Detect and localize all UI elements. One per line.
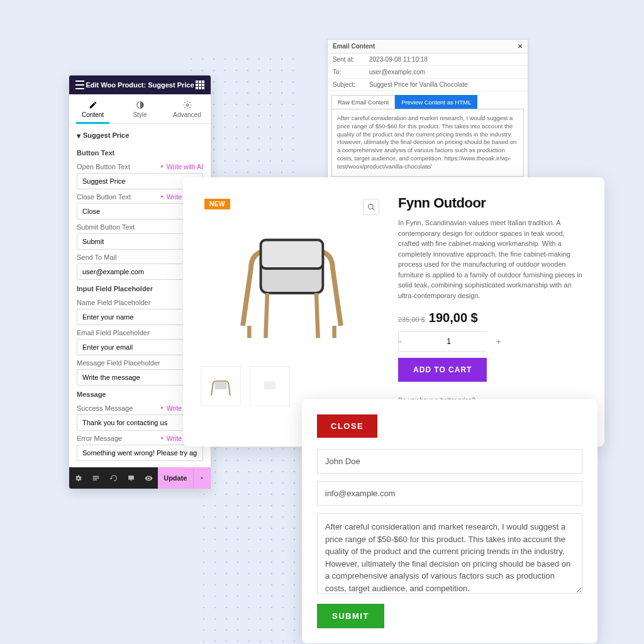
field-label: Close Button Text — [77, 193, 131, 201]
product-image-area: NEW — [201, 195, 383, 429]
quantity-stepper: - + — [398, 331, 486, 352]
responsive-icon[interactable] — [122, 467, 140, 489]
field-label: Submit Button Text — [77, 223, 135, 231]
sentat-value: 2023-09-08 11:10:18 — [369, 56, 428, 63]
history-icon[interactable] — [104, 467, 122, 489]
product-price: 235,00 $190,00 $ — [398, 311, 587, 325]
navigator-icon[interactable] — [87, 467, 104, 489]
product-title: Fynn Outdoor — [398, 195, 587, 211]
tab-label: Content — [82, 111, 104, 118]
subject-value: Suggest Price for Vanilla Chocolate — [369, 81, 468, 88]
pencil-icon — [89, 101, 97, 109]
tab-label: Advanced — [173, 111, 201, 118]
error-message-input[interactable] — [77, 445, 203, 461]
section-toggle[interactable]: ▶Suggest Price — [77, 124, 203, 144]
product-image[interactable] — [201, 195, 383, 358]
svg-point-1 — [186, 104, 189, 106]
svg-rect-11 — [264, 382, 276, 390]
email-content-panel: Email Content✕ Sent at:2023-09-08 11:10:… — [327, 39, 528, 182]
tab-label: Style — [133, 111, 147, 118]
submit-button[interactable]: SUBMIT — [317, 604, 384, 628]
email-field[interactable] — [317, 481, 582, 506]
product-thumbnail[interactable] — [250, 366, 290, 406]
sentat-label: Sent at: — [333, 56, 369, 63]
background-dots — [198, 443, 311, 644]
zoom-icon[interactable] — [363, 199, 379, 215]
field-label: Error Message — [77, 435, 122, 442]
field-label: Email Field Placeholder — [77, 329, 150, 336]
update-button[interactable]: Update — [158, 467, 193, 489]
add-to-cart-button[interactable]: ADD TO CART — [398, 358, 487, 382]
chair-icon — [201, 195, 383, 358]
qty-increase-button[interactable]: + — [496, 332, 501, 351]
product-thumbnail[interactable] — [201, 366, 241, 406]
qty-input[interactable] — [402, 332, 496, 351]
svg-rect-10 — [215, 382, 227, 390]
field-label: Send To Mail — [77, 253, 116, 261]
new-badge: NEW — [204, 199, 230, 209]
email-body: After careful consideration and market r… — [331, 109, 524, 177]
product-info: Fynn Outdoor In Fynn, Scandinavian value… — [398, 195, 587, 429]
svg-line-3 — [372, 208, 374, 210]
svg-point-2 — [368, 204, 373, 209]
panel-header: Edit Woo Product: Suggest Price — [69, 75, 211, 94]
gear-icon — [183, 101, 192, 109]
settings-icon[interactable] — [69, 467, 87, 489]
panel-title: Edit Woo Product: Suggest Price — [84, 81, 196, 89]
to-value: user@example.com — [369, 69, 425, 75]
suggest-price-form: CLOSE SUBMIT — [302, 399, 597, 643]
tab-preview-html[interactable]: Preview Content as HTML — [395, 95, 477, 109]
field-label: Open Button Text — [77, 163, 130, 170]
svg-line-8 — [265, 293, 267, 338]
message-field[interactable] — [317, 513, 582, 594]
svg-line-9 — [316, 293, 318, 338]
preview-icon[interactable] — [140, 467, 158, 489]
field-label: Success Message — [77, 404, 133, 412]
tab-content[interactable]: Content — [69, 94, 116, 123]
to-label: To: — [333, 69, 369, 75]
field-label: Message Field Placeholder — [77, 359, 160, 367]
field-label: Name Field Placeholder — [77, 299, 150, 306]
update-options-icon[interactable] — [193, 467, 211, 489]
style-icon — [136, 101, 145, 109]
write-with-ai-link[interactable]: Write with AI — [159, 163, 203, 170]
panel-tabs: Content Style Advanced — [69, 94, 211, 124]
svg-rect-5 — [261, 240, 323, 269]
panel-footer: Update — [69, 467, 211, 489]
name-field[interactable] — [317, 449, 582, 474]
product-description: In Fynn, Scandinavian values meet Italia… — [398, 218, 587, 301]
widgets-grid-icon[interactable] — [196, 80, 204, 89]
tab-raw-email[interactable]: Raw Email Content — [331, 95, 395, 109]
subject-label: Subject: — [333, 81, 369, 88]
close-icon[interactable]: ✕ — [518, 43, 523, 50]
menu-icon[interactable] — [75, 80, 84, 89]
close-button[interactable]: CLOSE — [317, 414, 377, 438]
email-panel-title: Email Content — [333, 43, 375, 50]
group-heading: Button Text — [77, 144, 203, 159]
tab-style[interactable]: Style — [116, 94, 164, 123]
tab-advanced[interactable]: Advanced — [164, 94, 211, 123]
